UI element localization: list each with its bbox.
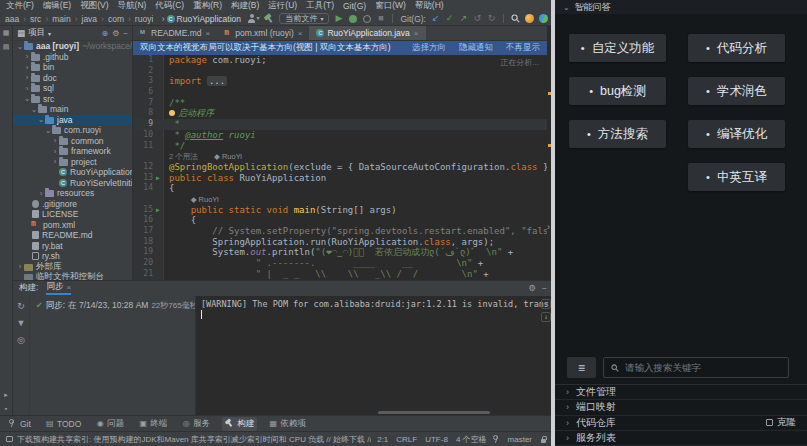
breadcrumb-item[interactable]: ›ruoyi — [126, 14, 153, 24]
build-project-button[interactable] — [264, 13, 274, 24]
menu-item[interactable]: 视图(V) — [80, 0, 108, 12]
twisty-collapsed-icon[interactable]: › — [23, 84, 31, 93]
lock-icon[interactable] — [540, 436, 547, 443]
scroll-to-end-icon[interactable]: ↓ — [541, 312, 551, 322]
sync-tab[interactable]: 同步× — [46, 281, 71, 295]
profile-menu-button[interactable]: ▾ — [247, 13, 259, 24]
collapsible-section[interactable]: › 服务列表 — [555, 431, 807, 446]
gear-icon[interactable]: ⚙ — [112, 29, 119, 38]
banner-link[interactable]: 隐藏通知 — [459, 42, 493, 54]
tree-item[interactable]: RuoYiServletInitial — [13, 178, 132, 189]
twisty-collapsed-icon[interactable]: › — [16, 262, 24, 271]
tree-item[interactable]: ›project — [13, 157, 132, 168]
status-widget[interactable]: 2:1 — [377, 435, 388, 444]
collapsible-section[interactable]: › 端口映射 — [555, 400, 807, 415]
tree-item[interactable]: ⌄com.ruoyi — [13, 125, 132, 136]
tree-item[interactable]: ry.bat — [13, 241, 132, 252]
ai-feature-button[interactable]: • 中英互译 — [688, 163, 785, 191]
git-commit-button[interactable]: ✓ — [445, 13, 454, 24]
run-gutter-icon[interactable]: ▶ — [156, 173, 164, 184]
stripe-bottom-icon[interactable]: ▪ — [5, 405, 7, 412]
tool-window-button[interactable]: 构建 — [222, 417, 257, 431]
git-branch-widget[interactable]: master — [508, 435, 532, 444]
status-widget[interactable]: 4 个空格 — [456, 434, 487, 445]
close-icon[interactable]: × — [66, 283, 71, 292]
tree-item[interactable]: .gitignore — [13, 199, 132, 210]
tree-item[interactable]: ›.github — [13, 52, 132, 63]
twisty-collapsed-icon[interactable]: › — [51, 136, 59, 145]
menu-item[interactable]: 帮助(H) — [415, 0, 444, 12]
tree-item[interactable]: ›doc — [13, 73, 132, 84]
tree-item[interactable]: ›外部库 — [13, 262, 132, 273]
tree-item[interactable]: ›common — [13, 136, 132, 147]
tree-item[interactable]: ›framework — [13, 146, 132, 157]
breadcrumb-item[interactable]: ›com — [99, 14, 124, 24]
tree-item[interactable]: pom.xml — [13, 220, 132, 231]
close-icon[interactable]: × — [298, 29, 303, 38]
twisty-expanded-icon[interactable]: ⌄ — [37, 115, 45, 124]
ai-feature-button[interactable]: • 自定义功能 — [569, 34, 666, 62]
sync-result-tree[interactable]: ✔ 同步: 在 7/14/23, 10:28 AM 22秒765毫秒 — [30, 296, 195, 415]
ai-feature-button[interactable]: • 方法搜索 — [569, 120, 666, 148]
tool-window-button[interactable]: Git — [6, 418, 34, 430]
git-push-button[interactable]: ↗ — [459, 13, 468, 24]
run-configuration-select[interactable]: 当前文件▾ — [279, 13, 329, 24]
menu-button[interactable]: ≡ — [567, 357, 596, 378]
project-panel-title[interactable]: 项目 — [28, 27, 45, 39]
ai-feature-button[interactable]: • bug检测 — [569, 77, 666, 105]
close-icon[interactable]: × — [414, 29, 419, 38]
avatar-icon[interactable] — [539, 14, 548, 23]
tree-item[interactable]: 临时文件和控制台 — [13, 272, 132, 280]
hide-panel-icon[interactable]: − — [542, 283, 547, 293]
menu-item[interactable]: 工具(T) — [306, 0, 334, 12]
status-widget[interactable]: CRLF — [396, 435, 417, 444]
notifications-icon[interactable] — [525, 14, 534, 23]
tool-window-button[interactable]: ◉ 问题 — [93, 417, 127, 431]
locate-icon[interactable]: ⊕ — [101, 29, 108, 38]
editor-tab[interactable]: RuoYiApplication.java × — [309, 26, 425, 40]
tree-item[interactable]: ›sql — [13, 83, 132, 94]
breadcrumb-item[interactable]: ›main — [43, 14, 70, 24]
twisty-collapsed-icon[interactable]: › — [23, 63, 31, 72]
ai-feature-button[interactable]: • 代码分析 — [688, 34, 785, 62]
history-button[interactable]: ↺ — [473, 13, 482, 24]
breadcrumb-item[interactable]: ›java — [73, 14, 97, 24]
tree-item[interactable]: ›bin — [13, 62, 132, 73]
tree-item[interactable]: LICENSE — [13, 209, 132, 220]
twisty-collapsed-icon[interactable]: › — [51, 147, 59, 156]
menu-item[interactable]: 重构(R) — [193, 0, 222, 12]
twisty-expanded-icon[interactable]: ⌄ — [23, 94, 31, 103]
breadcrumb-item[interactable]: ›src — [21, 14, 41, 24]
twisty-expanded-icon[interactable]: ⌄ — [44, 126, 52, 135]
run-gutter-icon[interactable]: ▶ — [156, 205, 164, 216]
breadcrumb-current[interactable]: › RuoYiApplication — [162, 14, 241, 24]
tree-item[interactable]: ⌄java — [13, 115, 132, 126]
twisty-expanded-icon[interactable]: ⌄ — [16, 42, 24, 51]
menu-item[interactable]: 导航(N) — [118, 0, 147, 12]
status-message[interactable]: 下载预构建共享索引: 使用预构建的JDK和Maven 库共享索引减少索引时间和 … — [17, 434, 371, 445]
tool-window-button[interactable]: ▦ 依赖项 — [266, 417, 309, 431]
banner-link[interactable]: 选择方向 — [412, 42, 446, 54]
rollback-button[interactable]: ↻ — [487, 13, 496, 24]
twisty-expanded-icon[interactable]: ⌄ — [30, 105, 38, 114]
menu-item[interactable]: 构建(B) — [231, 0, 259, 12]
pin-icon[interactable]: ◎ — [17, 335, 25, 345]
filter-icon[interactable]: ▼ — [17, 318, 26, 328]
tree-item[interactable]: README.md — [13, 230, 132, 241]
clone-button[interactable]: 克隆 — [766, 416, 796, 429]
breadcrumb-item[interactable]: ›aaa — [5, 14, 19, 24]
menu-item[interactable]: 编辑(E) — [43, 0, 71, 12]
structure-stripe-icon[interactable]: ▤ — [3, 43, 10, 51]
gear-icon[interactable]: ⚙ — [528, 283, 536, 293]
intention-bulb-icon[interactable] — [169, 110, 175, 116]
project-stripe-icon[interactable]: ▦ — [3, 29, 10, 37]
ai-feature-button[interactable]: • 学术润色 — [688, 77, 785, 105]
code-editor[interactable]: 正在分析... 1package com.ruoyi;23import ...6… — [133, 55, 547, 280]
soft-wrap-icon[interactable]: ≡ — [541, 299, 551, 309]
search-everywhere-button[interactable] — [511, 13, 520, 24]
git-menu-label[interactable]: Git(G): — [400, 14, 426, 24]
menu-item[interactable]: 代码(C) — [155, 0, 184, 12]
hide-panel-icon[interactable]: − — [123, 29, 128, 38]
twisty-collapsed-icon[interactable]: › — [37, 189, 45, 198]
close-icon[interactable]: × — [206, 29, 211, 38]
